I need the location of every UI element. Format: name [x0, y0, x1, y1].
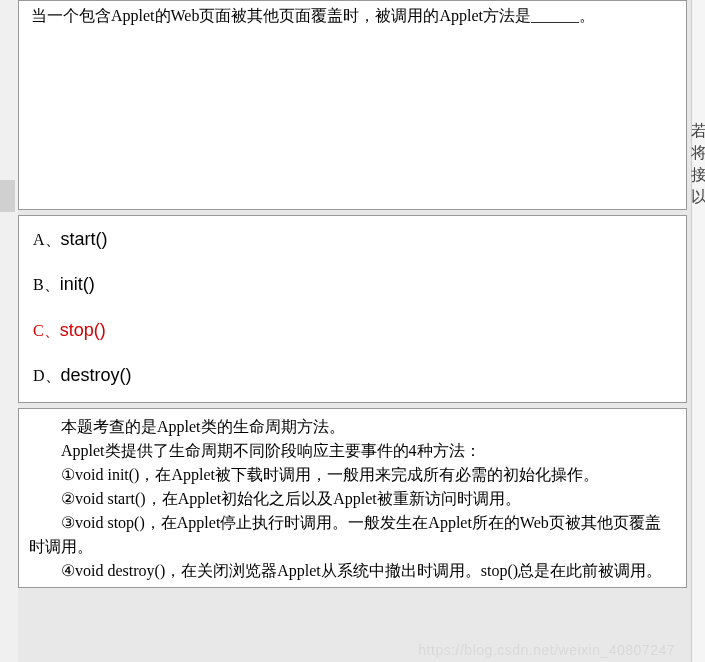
choice-b[interactable]: B、init()	[33, 273, 672, 296]
question-text: 当一个包含Applet的Web页面被其他页面覆盖时，被调用的Applet方法是_…	[31, 7, 595, 24]
choice-d-prefix: D、	[33, 367, 61, 384]
choices-panel: A、start() B、init() C、stop() D、destroy()	[18, 215, 687, 403]
right-edge-chars: 若 将 接 以	[691, 120, 705, 208]
left-strip	[0, 0, 18, 662]
right-char-3: 以	[691, 186, 705, 208]
explanation-line-2: ①void init()，在Applet被下载时调用，一般用来完成所有必需的初始…	[29, 463, 676, 487]
choice-c-prefix: C、	[33, 322, 60, 339]
choice-d[interactable]: D、destroy()	[33, 364, 672, 387]
explanation-line-1: Applet类提供了生命周期不同阶段响应主要事件的4种方法：	[29, 439, 676, 463]
left-marker	[0, 180, 15, 212]
choice-d-text: destroy()	[61, 365, 132, 385]
explanation-line-0: 本题考查的是Applet类的生命周期方法。	[29, 415, 676, 439]
choice-b-text: init()	[60, 274, 95, 294]
right-char-2: 接	[691, 164, 705, 186]
explanation-panel: 本题考查的是Applet类的生命周期方法。 Applet类提供了生命周期不同阶段…	[18, 408, 687, 588]
choice-a-text: start()	[61, 229, 108, 249]
content-container: 当一个包含Applet的Web页面被其他页面覆盖时，被调用的Applet方法是_…	[18, 0, 687, 588]
right-strip	[691, 0, 705, 662]
question-panel: 当一个包含Applet的Web页面被其他页面覆盖时，被调用的Applet方法是_…	[18, 0, 687, 210]
right-char-1: 将	[691, 142, 705, 164]
right-char-0: 若	[691, 120, 705, 142]
choice-c-text: stop()	[60, 320, 106, 340]
watermark: https://blog.csdn.net/weixin_40807247	[418, 642, 675, 658]
choice-c[interactable]: C、stop()	[33, 319, 672, 342]
explanation-line-4: ③void stop()，在Applet停止执行时调用。一般发生在Applet所…	[29, 511, 676, 559]
explanation-line-3: ②void start()，在Applet初始化之后以及Applet被重新访问时…	[29, 487, 676, 511]
choice-a[interactable]: A、start()	[33, 228, 672, 251]
choice-b-prefix: B、	[33, 276, 60, 293]
choice-a-prefix: A、	[33, 231, 61, 248]
explanation-line-5: ④void destroy()，在关闭浏览器Applet从系统中撤出时调用。st…	[29, 559, 676, 583]
